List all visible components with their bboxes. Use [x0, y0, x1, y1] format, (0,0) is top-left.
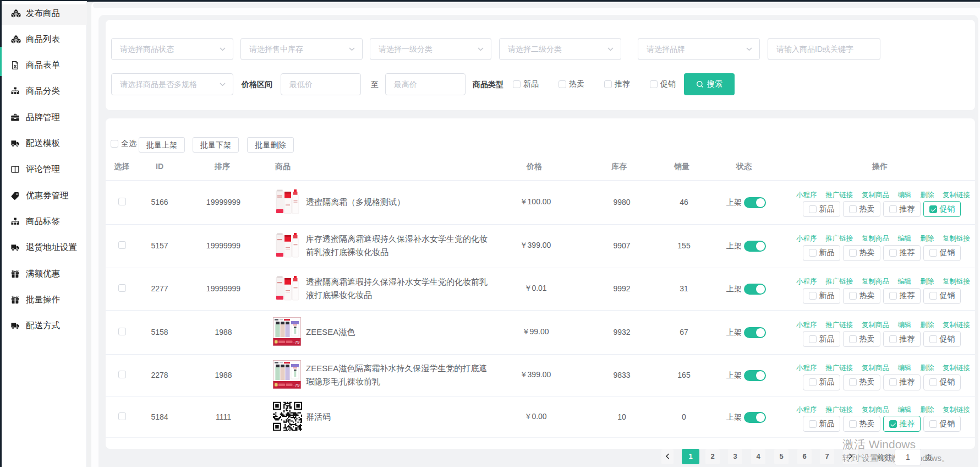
svg-text:·79: ·79 [293, 339, 300, 344]
svg-text:·79: ·79 [293, 383, 300, 388]
